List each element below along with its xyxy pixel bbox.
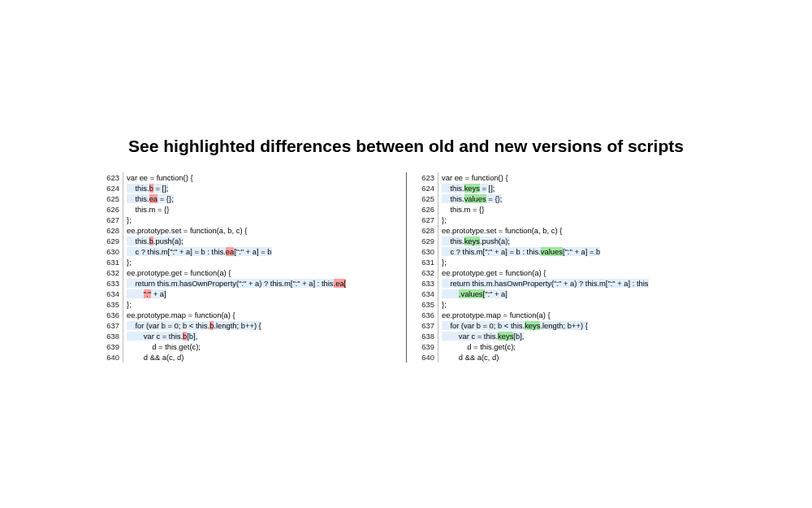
code-cell: ee.prototype.map = function(a) { [438, 310, 710, 320]
code-cell: this.values = {}; [438, 193, 710, 204]
code-token: var c = this. [127, 332, 183, 341]
code-row: 628ee.prototype.set = function(a, b, c) … [102, 225, 395, 236]
code-token: d && a(c, d) [127, 353, 184, 362]
highlight-line: var c = this.b[b], [127, 332, 197, 341]
code-token: }; [127, 258, 132, 267]
code-token: = []; [480, 184, 495, 193]
line-number: 631 [102, 257, 123, 267]
code-cell: this.b.push(a); [123, 236, 395, 246]
code-token: .length; b++) { [540, 321, 587, 330]
code-cell: ee.prototype.set = function(a, b, c) { [123, 225, 395, 236]
code-row: 640 d && a(c, d) [102, 352, 395, 363]
added-token: keys [498, 332, 513, 341]
line-number: 630 [102, 246, 123, 257]
line-number: 634 [102, 289, 123, 299]
highlight-line: c ? this.m[":" + a] = b : this.values[":… [442, 247, 600, 256]
highlight-line: ":" + a] [127, 289, 166, 298]
code-token: ee.prototype.set = function(a, b, c) { [442, 226, 562, 235]
highlight-line: for (var b = 0; b < this.b.length; b++) … [127, 321, 261, 330]
code-row: 639 d = this.get(c); [417, 341, 710, 352]
line-number: 638 [102, 331, 123, 341]
highlight-line: .values[":" + a] [442, 289, 508, 298]
code-token: ee.prototype.set = function(a, b, c) { [127, 226, 247, 235]
line-number: 632 [417, 267, 438, 278]
code-cell: d = this.get(c); [438, 341, 710, 352]
code-row: 637 for (var b = 0; b < this.keys.length… [417, 320, 710, 331]
code-row: 640 d && a(c, d) [417, 352, 710, 363]
code-cell: ee.prototype.get = function(a) { [123, 267, 395, 278]
code-cell: for (var b = 0; b < this.b.length; b++) … [123, 320, 395, 331]
code-token: }; [127, 215, 132, 224]
code-row: 629 this.b.push(a); [102, 236, 395, 246]
line-number: 625 [417, 193, 438, 204]
code-token: var ee = function() { [442, 173, 508, 182]
code-row: 634 .values[":" + a] [417, 289, 710, 299]
code-token: = []; [153, 184, 169, 193]
code-cell: c ? this.m[":" + a] = b : this.values[":… [438, 246, 710, 257]
code-cell: return this.m.hasOwnProperty(":" + a) ? … [123, 278, 395, 289]
code-cell: d && a(c, d) [123, 352, 395, 363]
code-cell: this.b = []; [123, 183, 395, 193]
code-token: .length; b++) { [214, 321, 261, 330]
code-cell: this.ea = {}; [123, 193, 395, 204]
line-number: 636 [417, 310, 438, 320]
code-cell: c ? this.m[":" + a] = b : this.ea[":" + … [123, 246, 395, 257]
highlight-line: this.keys = []; [442, 184, 495, 193]
code-token: .push(a); [480, 237, 510, 245]
code-token [442, 289, 459, 298]
line-number: 628 [417, 225, 438, 236]
code-cell: d = this.get(c); [123, 341, 395, 352]
code-token [127, 289, 144, 298]
pane-divider [406, 172, 407, 363]
line-number: 640 [417, 352, 438, 363]
code-cell: }; [438, 299, 710, 310]
highlight-line: for (var b = 0; b < this.keys.length; b+… [442, 321, 588, 330]
highlight-line: return this.m.hasOwnProperty(":" + a) ? … [127, 279, 346, 288]
highlight-line: this.b.push(a); [127, 237, 184, 245]
code-cell: .values[":" + a] [438, 289, 710, 299]
line-number: 634 [417, 289, 438, 299]
line-number: 636 [102, 310, 123, 320]
code-token: this.m = {} [442, 205, 484, 214]
line-number: 638 [417, 331, 438, 341]
code-cell: }; [123, 257, 395, 267]
code-token: ee.prototype.map = function(a) { [127, 310, 235, 319]
highlight-line: return this.m.hasOwnProperty(":" + a) ? … [442, 279, 649, 288]
code-token: var ee = function() { [127, 173, 193, 182]
code-token: [b], [187, 332, 197, 341]
line-number: 627 [102, 215, 123, 225]
line-number: 637 [102, 320, 123, 331]
code-token: c ? this.m[":" + a] = b : this. [442, 247, 541, 256]
code-row: 635}; [417, 299, 710, 310]
line-number: 635 [417, 299, 438, 310]
code-cell: this.keys = []; [438, 183, 710, 193]
code-cell: }; [438, 215, 710, 225]
line-number: 625 [102, 193, 123, 204]
line-number: 624 [417, 183, 438, 193]
code-row: 630 c ? this.m[":" + a] = b : this.ea[":… [102, 246, 395, 257]
code-token: }; [442, 258, 447, 267]
code-cell: var c = this.b[b], [123, 331, 395, 341]
code-cell: var c = this.keys[b], [438, 331, 710, 341]
code-token: this. [442, 184, 464, 193]
code-row: 624 this.b = []; [102, 183, 395, 193]
code-cell: d && a(c, d) [438, 352, 710, 363]
code-token: return this.m.hasOwnProperty(":" + a) ? … [442, 279, 649, 288]
code-token: [":" + a] = b [563, 247, 600, 256]
line-number: 629 [417, 236, 438, 246]
code-token: ee.prototype.get = function(a) { [442, 268, 546, 277]
line-number: 639 [417, 341, 438, 352]
code-token: = {}; [158, 194, 174, 203]
code-row: 636ee.prototype.map = function(a) { [102, 310, 395, 320]
code-row: 633 return this.m.hasOwnProperty(":" + a… [417, 278, 710, 289]
code-token: ee.prototype.get = function(a) { [127, 268, 231, 277]
highlight-line: var c = this.keys[b], [442, 332, 524, 341]
line-number: 623 [417, 172, 438, 183]
added-token: keys [464, 237, 480, 245]
code-cell: return this.m.hasOwnProperty(":" + a) ? … [438, 278, 710, 289]
highlight-line: this.ea = {}; [127, 194, 174, 203]
code-token: .push(a); [153, 237, 184, 245]
code-row: 634 ":" + a] [102, 289, 395, 299]
line-number: 623 [102, 172, 123, 183]
diff-pane-new: 623var ee = function() {624 this.keys = … [417, 172, 710, 363]
